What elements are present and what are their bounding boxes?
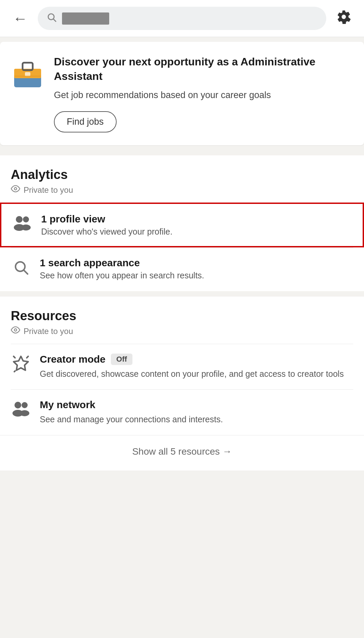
job-card-title: Discover your next opportunity as a Admi… (54, 55, 353, 84)
svg-point-14 (14, 329, 17, 331)
search-appearance-desc: See how often you appear in search resul… (40, 271, 204, 280)
svg-marker-15 (13, 357, 28, 370)
eye-icon-resources (11, 325, 20, 337)
svg-line-1 (54, 19, 56, 22)
eye-icon (11, 184, 20, 196)
creator-mode-icon (11, 355, 31, 376)
resources-private-label: Private to you (11, 325, 353, 337)
job-card-subtitle: Get job recommendations based on your ca… (54, 89, 353, 102)
my-network-title: My network (40, 399, 95, 411)
search-bar[interactable] (38, 7, 326, 30)
svg-point-19 (14, 402, 21, 408)
creator-mode-badge: Off (111, 354, 132, 365)
svg-point-8 (16, 216, 23, 223)
svg-rect-6 (14, 75, 41, 77)
resources-section: Resources Private to you Creator mode Of… (0, 297, 364, 435)
svg-line-18 (14, 371, 15, 372)
my-network-icon (11, 400, 31, 421)
section-divider-2 (0, 291, 364, 297)
creator-mode-text: Creator mode Off Get discovered, showcas… (40, 354, 344, 380)
svg-line-16 (13, 357, 15, 358)
briefcase-icon (11, 56, 44, 90)
svg-point-10 (23, 216, 29, 222)
show-all-footer: Show all 5 resources → (0, 435, 364, 470)
search-appearance-text: 1 search appearance See how often you ap… (40, 257, 204, 280)
search-appearance-label: 1 search appearance (40, 257, 204, 269)
profile-view-item[interactable]: 1 profile view Discover who's viewed you… (0, 203, 364, 247)
show-all-link[interactable]: Show all 5 resources → (132, 446, 232, 457)
svg-line-13 (24, 270, 28, 274)
job-card-content: Discover your next opportunity as a Admi… (54, 55, 353, 132)
creator-mode-item[interactable]: Creator mode Off Get discovered, showcas… (11, 344, 353, 389)
creator-mode-desc: Get discovered, showcase content on your… (40, 368, 344, 380)
search-appearance-item[interactable]: 1 search appearance See how often you ap… (11, 247, 353, 291)
analytics-title: Analytics (11, 168, 353, 182)
svg-point-21 (22, 402, 28, 408)
analytics-section: Analytics Private to you 1 profile view … (0, 155, 364, 291)
svg-point-7 (14, 188, 17, 190)
search-item-icon (11, 259, 31, 279)
resources-title: Resources (11, 309, 353, 323)
my-network-desc: See and manage your connections and inte… (40, 413, 223, 425)
svg-point-11 (21, 224, 31, 231)
profile-view-label: 1 profile view (41, 213, 173, 225)
profile-view-text: 1 profile view Discover who's viewed you… (41, 213, 173, 237)
header: ← (0, 0, 364, 37)
svg-point-22 (20, 410, 29, 416)
svg-line-17 (27, 357, 28, 358)
section-divider-1 (0, 150, 364, 155)
my-network-text: My network See and manage your connectio… (40, 399, 223, 425)
find-jobs-button[interactable]: Find jobs (54, 111, 117, 132)
people-icon (12, 215, 32, 235)
analytics-private-label: Private to you (11, 184, 353, 196)
settings-button[interactable] (333, 9, 355, 28)
job-recommendation-card: Discover your next opportunity as a Admi… (0, 42, 364, 145)
search-bar-overlay (62, 12, 109, 25)
profile-view-desc: Discover who's viewed your profile. (41, 227, 173, 237)
my-network-item[interactable]: My network See and manage your connectio… (11, 389, 353, 435)
creator-mode-title: Creator mode (40, 354, 105, 365)
search-icon (47, 12, 57, 25)
back-button[interactable]: ← (9, 11, 31, 26)
